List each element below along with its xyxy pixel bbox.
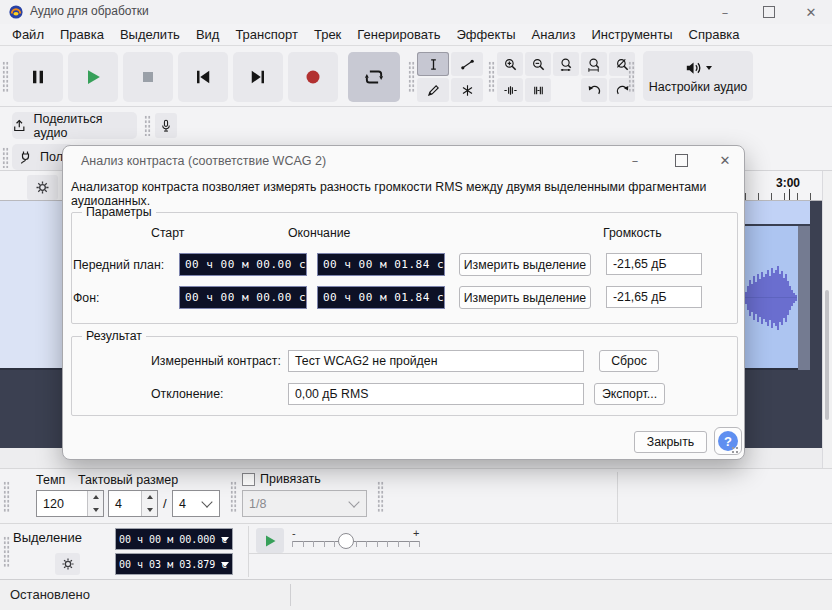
menu-view[interactable]: Вид bbox=[194, 27, 232, 42]
snap-checkbox[interactable] bbox=[242, 473, 255, 486]
zoom-fit-project-button[interactable] bbox=[581, 52, 607, 76]
foreground-measure-button[interactable]: Измерить выделение bbox=[459, 253, 591, 276]
selection-tool-button[interactable] bbox=[417, 52, 449, 76]
skip-start-icon bbox=[193, 67, 213, 87]
foreground-start-time[interactable]: 00 ч 00 м 00.00 с bbox=[179, 253, 307, 276]
menu-file[interactable]: Файл bbox=[10, 27, 56, 42]
zoom-selection-icon bbox=[559, 57, 574, 72]
snap-toolbar-grip[interactable] bbox=[230, 481, 237, 512]
speed-slider-plus-label: + bbox=[413, 527, 419, 539]
background-start-time[interactable]: 00 ч 00 м 00.00 с bbox=[179, 286, 307, 309]
window-maximize-button[interactable] bbox=[756, 3, 782, 21]
difference-label: Отклонение: bbox=[151, 387, 223, 401]
waveform[interactable] bbox=[745, 232, 797, 364]
foreground-volume-value[interactable]: -21,65 дБ bbox=[606, 253, 702, 275]
dialog-close-button[interactable]: ✕ bbox=[713, 150, 737, 170]
ibeam-icon bbox=[426, 57, 441, 72]
selection-end-field[interactable]: 00 ч 03 м 03.879 с bbox=[115, 553, 233, 575]
menu-transport[interactable]: Транспорт bbox=[233, 27, 310, 42]
menu-tools[interactable]: Инструменты bbox=[590, 27, 685, 42]
draw-tool-button[interactable] bbox=[417, 78, 449, 102]
audio-setup-button[interactable]: Настройки аудио bbox=[643, 51, 753, 101]
export-button[interactable]: Экспорт... bbox=[594, 383, 665, 405]
record-button[interactable] bbox=[288, 52, 338, 102]
loop-button[interactable] bbox=[348, 52, 400, 102]
clip-right-edge[interactable] bbox=[798, 201, 810, 370]
foreground-end-time[interactable]: 00 ч 00 м 01.84 с bbox=[317, 253, 445, 276]
edit-toolbar-grip[interactable] bbox=[488, 61, 495, 92]
dialog-resize-grip[interactable] bbox=[731, 446, 740, 455]
menu-edit[interactable]: Правка bbox=[58, 27, 116, 42]
menu-generate[interactable]: Генерировать bbox=[355, 27, 452, 42]
selection-label: Выделение bbox=[13, 530, 82, 545]
time-signature-toolbar: Темп 120 Тактовый размер 4 / 4 Привязать… bbox=[0, 468, 832, 524]
menu-effect[interactable]: Эффекты bbox=[455, 27, 528, 42]
menu-select[interactable]: Выделить bbox=[118, 27, 192, 42]
pause-button[interactable] bbox=[13, 52, 63, 102]
multi-tool-button[interactable] bbox=[451, 78, 483, 102]
time-toolbar-grip[interactable] bbox=[3, 481, 10, 512]
tempo-spinbox[interactable]: 120 bbox=[36, 490, 104, 517]
undo-button[interactable] bbox=[581, 78, 607, 102]
share-audio-button[interactable]: Поделиться аудио bbox=[12, 112, 137, 139]
background-end-time[interactable]: 00 ч 00 м 01.84 с bbox=[317, 286, 445, 309]
upper-spin-buttons[interactable] bbox=[141, 491, 157, 516]
background-measure-button[interactable]: Измерить выделение bbox=[459, 286, 591, 309]
transport-toolbar-grip[interactable] bbox=[2, 61, 9, 92]
reset-button[interactable]: Сброс bbox=[599, 350, 659, 372]
skip-to-end-button[interactable] bbox=[233, 52, 283, 102]
background-volume-value[interactable]: -21,65 дБ bbox=[606, 286, 702, 308]
difference-value[interactable]: 0,00 дБ RMS bbox=[288, 383, 584, 405]
menu-tracks[interactable]: Трек bbox=[312, 27, 353, 42]
contrast-result-value[interactable]: Тест WCAG2 не пройден bbox=[288, 350, 584, 372]
plugins-toolbar-grip[interactable] bbox=[2, 147, 9, 168]
snap-dropdown[interactable]: 1/8 bbox=[242, 490, 367, 517]
time-signature-lower-dropdown[interactable]: 4 bbox=[172, 490, 220, 517]
play-button[interactable] bbox=[68, 52, 118, 102]
tempo-spin-buttons[interactable] bbox=[87, 491, 103, 516]
dialog-description: Анализатор контраста позволяет измерять … bbox=[71, 180, 741, 208]
menu-help[interactable]: Справка bbox=[687, 27, 752, 42]
play-at-speed-button[interactable] bbox=[256, 528, 284, 553]
pause-icon bbox=[28, 67, 48, 87]
selection-start-field[interactable]: 00 ч 00 м 00.000 с bbox=[115, 528, 233, 550]
tools-toolbar-grip[interactable] bbox=[408, 61, 415, 92]
zoom-in-button[interactable] bbox=[497, 52, 523, 76]
selection-options-button[interactable] bbox=[55, 553, 80, 575]
meter-toolbar-grip[interactable] bbox=[144, 115, 151, 136]
selection-end-dropdown-icon bbox=[221, 562, 229, 567]
zoom-out-button[interactable] bbox=[525, 52, 551, 76]
dialog-minimize-button[interactable]: – bbox=[623, 150, 647, 170]
vertical-scrollbar[interactable] bbox=[822, 171, 832, 468]
clip-header[interactable] bbox=[745, 201, 810, 226]
zoom-fit-icon bbox=[587, 57, 602, 72]
speed-slider-handle[interactable] bbox=[338, 533, 354, 549]
envelope-tool-button[interactable] bbox=[451, 52, 483, 76]
snap-value: 1/8 bbox=[243, 497, 350, 511]
skip-to-start-button[interactable] bbox=[178, 52, 228, 102]
selection-toolbar-grip[interactable] bbox=[3, 536, 10, 567]
window-close-button[interactable]: ✕ bbox=[798, 3, 824, 21]
track-control-panel[interactable] bbox=[0, 201, 62, 370]
record-meter-mic-button[interactable] bbox=[155, 113, 177, 138]
audio-setup-grip[interactable] bbox=[628, 61, 635, 92]
time-signature-upper-spinbox[interactable]: 4 bbox=[108, 490, 158, 517]
time-display-grip[interactable] bbox=[377, 481, 384, 512]
dialog-maximize-button[interactable] bbox=[669, 150, 693, 170]
snap-checkbox-row[interactable]: Привязать bbox=[242, 472, 321, 486]
zoom-selection-button[interactable] bbox=[553, 52, 579, 76]
audacity-window: { "colors":{"play_green":"#37a05a","reco… bbox=[0, 0, 832, 610]
audio-setup-caret-icon bbox=[706, 66, 712, 70]
snap-dropdown-chevron-icon bbox=[348, 496, 359, 507]
dialog-title: Анализ контраста (соответствие WCAG 2) bbox=[81, 154, 326, 168]
silence-audio-button[interactable] bbox=[525, 78, 551, 102]
vertical-scrollbar-thumb[interactable] bbox=[825, 290, 829, 420]
skip-end-icon bbox=[248, 67, 268, 87]
timeline-options-button[interactable] bbox=[27, 175, 58, 200]
speed-slider-minus-label: - bbox=[292, 527, 296, 539]
trim-audio-button[interactable] bbox=[497, 78, 523, 102]
stop-button[interactable] bbox=[123, 52, 173, 102]
menu-analyze[interactable]: Анализ bbox=[530, 27, 588, 42]
dialog-close-action-button[interactable]: Закрыть bbox=[634, 431, 707, 453]
window-minimize-button[interactable]: – bbox=[712, 3, 738, 21]
